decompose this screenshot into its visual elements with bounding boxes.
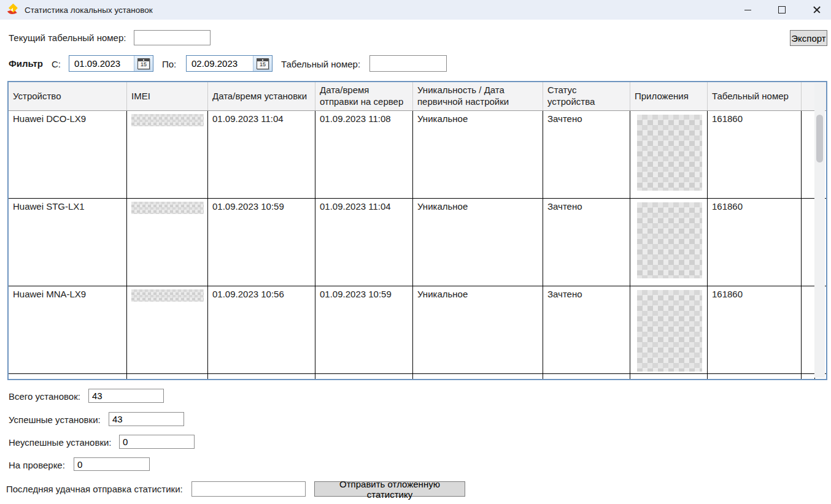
cell-filler [802,111,815,198]
date-from-calendar-button[interactable]: 15 [134,56,153,71]
send-deferred-stats-button[interactable]: Отправить отложенную статистику [314,481,465,497]
cell-applications [630,286,708,373]
total-installs-input[interactable] [88,389,164,403]
imei-redacted-block [131,114,204,126]
applications-redacted-block [637,290,702,372]
column-header-uniqueness[interactable]: Уникальность / Дата первичной настройки [413,82,543,110]
column-header-device[interactable]: Устройство [9,82,127,110]
cell-installed: 01.09.2023 11:04 [208,111,315,198]
scrollbar-thumb[interactable] [816,115,823,162]
total-installs-label: Всего установок: [9,391,80,402]
column-header-applications[interactable]: Приложения [630,82,708,110]
failed-installs-label: Неуспешные установки: [9,437,112,448]
column-header-install-datetime[interactable]: Дата/время установки [208,82,315,110]
last-sent-label: Последняя удачная отправка статистики: [6,484,183,494]
date-to-picker[interactable]: 02.09.2023 15 [186,55,272,72]
date-to-value[interactable]: 02.09.2023 [187,56,253,71]
column-header-employee-number[interactable]: Табельный номер [708,82,802,110]
table-row[interactable]: Huawei DCO-LX9 01.09.2023 11:04 01.09.20… [9,111,826,199]
cell-device: Huawei STG-LX1 [9,199,127,286]
minimize-button[interactable] [733,0,762,20]
pending-check-input[interactable] [74,457,150,471]
filter-employee-input[interactable] [369,55,447,72]
calendar-icon: 15 [137,58,150,69]
cell-imei [127,199,208,286]
cell-installed: 01.09.2023 10:59 [208,199,315,286]
table-header-row: Устройство IMEI Дата/время установки Дат… [9,82,826,111]
table-row[interactable]: Huawei MNA-LX9 01.09.2023 10:56 01.09.20… [9,286,826,374]
success-installs-input[interactable] [109,412,184,426]
applications-redacted-block [637,115,702,191]
filter-from-label: С: [52,59,61,69]
cell-uniqueness: Уникальное [413,199,543,286]
installations-table: Устройство IMEI Дата/время установки Дат… [7,81,827,380]
cell-device: Huawei DCO-LX9 [9,111,127,198]
export-button[interactable]: Экспорт [790,30,827,46]
cell-imei [127,111,208,198]
cell-sent: 01.09.2023 11:08 [315,111,413,198]
pending-check-label: На проверке: [9,460,65,470]
cell-device: Huawei MNA-LX9 [9,286,127,373]
column-header-filler [802,82,815,110]
table-row[interactable]: Huawei STG-LX1 01.09.2023 10:59 01.09.20… [9,199,826,286]
imei-redacted-block [131,289,204,302]
current-employee-label: Текущий табельный номер: [9,32,126,43]
maximize-icon [778,6,786,13]
cell-installed: 01.09.2023 10:56 [208,286,315,373]
cell-employee-number: 161860 [708,199,802,286]
cell-status: Зачтено [543,286,630,373]
success-installs-label: Успешные установки: [9,414,101,425]
filter-to-label: По: [162,59,176,69]
filter-section-label: Фильтр [9,58,43,69]
app-logo-icon [7,4,19,16]
cell-filler [802,199,815,286]
cell-imei [127,286,208,373]
failed-installs-input[interactable] [119,435,195,449]
cell-filler [802,286,815,373]
close-icon [813,6,821,13]
applications-redacted-block [637,202,702,278]
date-from-picker[interactable]: 01.09.2023 15 [69,55,153,72]
calendar-icon: 15 [257,58,269,69]
column-header-device-status[interactable]: Статус устройства [543,82,630,110]
cell-sent: 01.09.2023 11:04 [315,199,413,286]
cell-status: Зачтено [543,199,630,286]
cell-employee-number: 161860 [708,111,802,198]
cell-status: Зачтено [543,111,630,198]
cell-applications [630,111,708,198]
last-sent-input[interactable] [191,481,306,497]
filter-employee-label: Табельный номер: [281,59,360,69]
table-row-partial[interactable] [9,374,826,380]
vertical-scrollbar[interactable] [814,83,825,378]
date-to-calendar-button[interactable]: 15 [253,56,272,71]
cell-uniqueness: Уникальное [413,111,543,198]
column-header-sent-datetime[interactable]: Дата/время отправки на сервер [315,82,413,110]
imei-redacted-block [131,202,204,214]
cell-applications [630,199,708,286]
minimize-icon [744,10,751,10]
date-from-value[interactable]: 01.09.2023 [69,56,134,71]
close-button[interactable] [803,0,831,20]
window-title: Статистика локальных установок [25,6,153,15]
cell-sent: 01.09.2023 10:59 [315,286,413,373]
current-employee-input[interactable] [134,30,211,45]
title-bar: Статистика локальных установок [0,0,831,20]
column-header-imei[interactable]: IMEI [127,82,208,110]
cell-employee-number: 161860 [708,286,802,373]
cell-uniqueness: Уникальное [413,286,543,373]
maximize-button[interactable] [768,0,796,20]
